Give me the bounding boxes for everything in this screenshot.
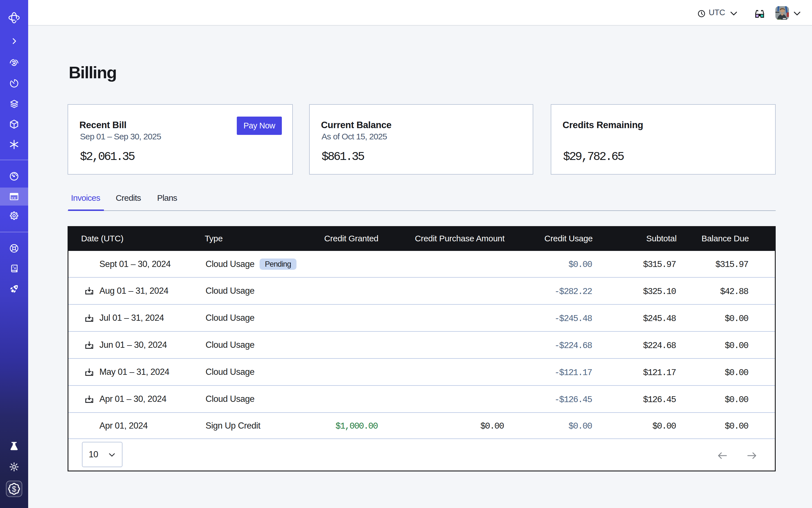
- svg-text:$: $: [12, 485, 16, 493]
